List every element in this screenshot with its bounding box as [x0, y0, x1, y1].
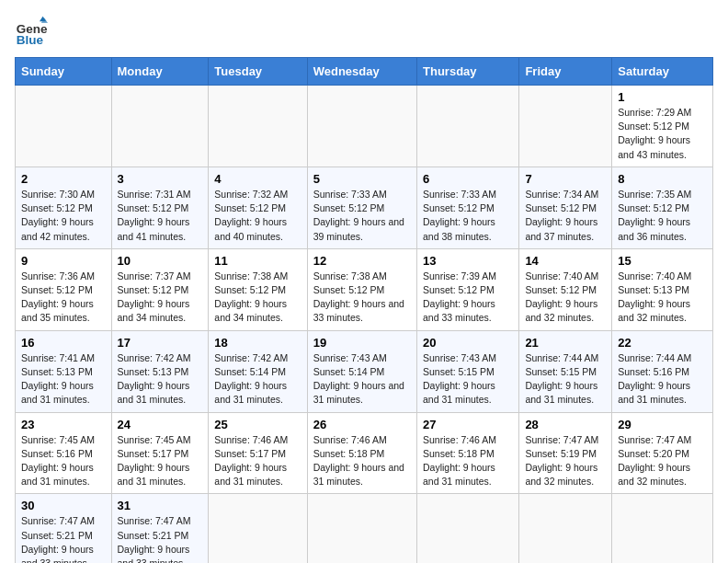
- calendar-cell: 14Sunrise: 7:40 AMSunset: 5:12 PMDayligh…: [519, 248, 612, 330]
- calendar-cell: [417, 494, 519, 563]
- day-number: 24: [118, 418, 203, 431]
- day-number: 13: [423, 254, 513, 268]
- calendar-cell: 28Sunrise: 7:47 AMSunset: 5:19 PMDayligh…: [519, 412, 612, 494]
- calendar-cell: 10Sunrise: 7:37 AMSunset: 5:12 PMDayligh…: [111, 248, 209, 330]
- calendar-week-row: 1Sunrise: 7:29 AMSunset: 5:12 PMDaylight…: [16, 86, 713, 167]
- calendar-cell: 9Sunrise: 7:36 AMSunset: 5:12 PMDaylight…: [16, 248, 112, 330]
- day-info: Sunrise: 7:42 AMSunset: 5:13 PMDaylight:…: [118, 351, 203, 408]
- day-number: 18: [214, 336, 301, 350]
- day-number: 21: [525, 336, 606, 350]
- calendar-cell: [519, 494, 612, 563]
- calendar-cell: [209, 494, 307, 563]
- weekday-header: Thursday: [417, 58, 519, 86]
- weekday-header: Tuesday: [209, 58, 307, 86]
- day-info: Sunrise: 7:40 AMSunset: 5:13 PMDaylight:…: [618, 270, 707, 326]
- day-info: Sunrise: 7:45 AMSunset: 5:17 PMDaylight:…: [118, 433, 203, 489]
- day-info: Sunrise: 7:32 AMSunset: 5:12 PMDaylight:…: [214, 188, 301, 244]
- day-number: 17: [118, 336, 203, 350]
- logo: General Blue: [15, 15, 48, 48]
- day-info: Sunrise: 7:46 AMSunset: 5:17 PMDaylight:…: [214, 433, 301, 489]
- day-number: 12: [313, 254, 411, 268]
- calendar-cell: 21Sunrise: 7:44 AMSunset: 5:15 PMDayligh…: [519, 330, 612, 412]
- day-number: 19: [313, 336, 411, 350]
- calendar-cell: 12Sunrise: 7:38 AMSunset: 5:12 PMDayligh…: [307, 248, 416, 330]
- day-info: Sunrise: 7:38 AMSunset: 5:12 PMDaylight:…: [214, 270, 301, 326]
- day-info: Sunrise: 7:44 AMSunset: 5:15 PMDaylight:…: [525, 351, 606, 408]
- day-info: Sunrise: 7:33 AMSunset: 5:12 PMDaylight:…: [423, 188, 513, 244]
- calendar-cell: 3Sunrise: 7:31 AMSunset: 5:12 PMDaylight…: [111, 167, 209, 248]
- calendar-cell: 23Sunrise: 7:45 AMSunset: 5:16 PMDayligh…: [16, 412, 112, 494]
- day-info: Sunrise: 7:44 AMSunset: 5:16 PMDaylight:…: [618, 351, 707, 408]
- weekday-header: Saturday: [612, 58, 713, 86]
- calendar-cell: 4Sunrise: 7:32 AMSunset: 5:12 PMDaylight…: [209, 167, 307, 248]
- calendar-cell: [111, 86, 209, 167]
- calendar-cell: 20Sunrise: 7:43 AMSunset: 5:15 PMDayligh…: [417, 330, 519, 412]
- day-info: Sunrise: 7:31 AMSunset: 5:12 PMDaylight:…: [118, 188, 203, 244]
- day-info: Sunrise: 7:46 AMSunset: 5:18 PMDaylight:…: [423, 433, 513, 489]
- calendar-header: SundayMondayTuesdayWednesdayThursdayFrid…: [16, 58, 713, 86]
- calendar-week-row: 16Sunrise: 7:41 AMSunset: 5:13 PMDayligh…: [16, 330, 713, 412]
- day-number: 16: [21, 336, 106, 350]
- day-info: Sunrise: 7:46 AMSunset: 5:18 PMDaylight:…: [313, 433, 411, 489]
- calendar-cell: 25Sunrise: 7:46 AMSunset: 5:17 PMDayligh…: [209, 412, 307, 494]
- calendar-cell: 27Sunrise: 7:46 AMSunset: 5:18 PMDayligh…: [417, 412, 519, 494]
- day-number: 27: [423, 418, 513, 431]
- day-number: 10: [118, 254, 203, 268]
- calendar-cell: 30Sunrise: 7:47 AMSunset: 5:21 PMDayligh…: [16, 494, 112, 563]
- svg-text:Blue: Blue: [17, 33, 44, 47]
- calendar-cell: [519, 86, 612, 167]
- day-info: Sunrise: 7:34 AMSunset: 5:12 PMDaylight:…: [525, 188, 606, 244]
- calendar-cell: 2Sunrise: 7:30 AMSunset: 5:12 PMDaylight…: [16, 167, 112, 248]
- day-info: Sunrise: 7:35 AMSunset: 5:12 PMDaylight:…: [618, 188, 707, 244]
- calendar-cell: 31Sunrise: 7:47 AMSunset: 5:21 PMDayligh…: [111, 494, 209, 563]
- calendar-cell: 29Sunrise: 7:47 AMSunset: 5:20 PMDayligh…: [612, 412, 713, 494]
- day-number: 14: [525, 254, 606, 268]
- day-info: Sunrise: 7:33 AMSunset: 5:12 PMDaylight:…: [313, 188, 411, 244]
- calendar-week-row: 23Sunrise: 7:45 AMSunset: 5:16 PMDayligh…: [16, 412, 713, 494]
- calendar-cell: [16, 86, 112, 167]
- calendar-cell: [307, 494, 416, 563]
- calendar-cell: [417, 86, 519, 167]
- calendar-week-row: 30Sunrise: 7:47 AMSunset: 5:21 PMDayligh…: [16, 494, 713, 563]
- day-number: 20: [423, 336, 513, 350]
- day-info: Sunrise: 7:29 AMSunset: 5:12 PMDaylight:…: [618, 106, 707, 162]
- day-number: 4: [214, 172, 301, 186]
- weekday-header: Sunday: [16, 58, 112, 86]
- weekday-header: Monday: [111, 58, 209, 86]
- day-info: Sunrise: 7:47 AMSunset: 5:21 PMDaylight:…: [118, 514, 203, 563]
- day-info: Sunrise: 7:43 AMSunset: 5:14 PMDaylight:…: [313, 351, 411, 408]
- day-number: 2: [21, 172, 106, 186]
- calendar-cell: 24Sunrise: 7:45 AMSunset: 5:17 PMDayligh…: [111, 412, 209, 494]
- calendar-week-row: 9Sunrise: 7:36 AMSunset: 5:12 PMDaylight…: [16, 248, 713, 330]
- calendar-cell: 8Sunrise: 7:35 AMSunset: 5:12 PMDaylight…: [612, 167, 713, 248]
- calendar-body: 1Sunrise: 7:29 AMSunset: 5:12 PMDaylight…: [16, 86, 713, 564]
- day-number: 3: [118, 172, 203, 186]
- day-info: Sunrise: 7:38 AMSunset: 5:12 PMDaylight:…: [313, 270, 411, 326]
- day-info: Sunrise: 7:30 AMSunset: 5:12 PMDaylight:…: [21, 188, 106, 244]
- day-info: Sunrise: 7:39 AMSunset: 5:12 PMDaylight:…: [423, 270, 513, 326]
- day-info: Sunrise: 7:40 AMSunset: 5:12 PMDaylight:…: [525, 270, 606, 326]
- calendar-cell: 1Sunrise: 7:29 AMSunset: 5:12 PMDaylight…: [612, 86, 713, 167]
- day-number: 11: [214, 254, 301, 268]
- page-header: General Blue: [15, 15, 713, 48]
- day-number: 1: [618, 90, 707, 104]
- day-number: 29: [618, 418, 707, 431]
- day-number: 23: [21, 418, 106, 431]
- calendar-cell: 17Sunrise: 7:42 AMSunset: 5:13 PMDayligh…: [111, 330, 209, 412]
- day-info: Sunrise: 7:37 AMSunset: 5:12 PMDaylight:…: [118, 270, 203, 326]
- day-info: Sunrise: 7:47 AMSunset: 5:21 PMDaylight:…: [21, 514, 106, 563]
- day-number: 26: [313, 418, 411, 431]
- weekday-header: Friday: [519, 58, 612, 86]
- calendar-table: SundayMondayTuesdayWednesdayThursdayFrid…: [15, 57, 713, 563]
- day-number: 9: [21, 254, 106, 268]
- calendar-cell: 22Sunrise: 7:44 AMSunset: 5:16 PMDayligh…: [612, 330, 713, 412]
- weekday-header: Wednesday: [307, 58, 416, 86]
- day-number: 30: [21, 499, 106, 512]
- calendar-cell: 6Sunrise: 7:33 AMSunset: 5:12 PMDaylight…: [417, 167, 519, 248]
- calendar-cell: 5Sunrise: 7:33 AMSunset: 5:12 PMDaylight…: [307, 167, 416, 248]
- day-info: Sunrise: 7:47 AMSunset: 5:19 PMDaylight:…: [525, 433, 606, 489]
- calendar-cell: 16Sunrise: 7:41 AMSunset: 5:13 PMDayligh…: [16, 330, 112, 412]
- calendar-cell: [612, 494, 713, 563]
- day-number: 15: [618, 254, 707, 268]
- day-info: Sunrise: 7:43 AMSunset: 5:15 PMDaylight:…: [423, 351, 513, 408]
